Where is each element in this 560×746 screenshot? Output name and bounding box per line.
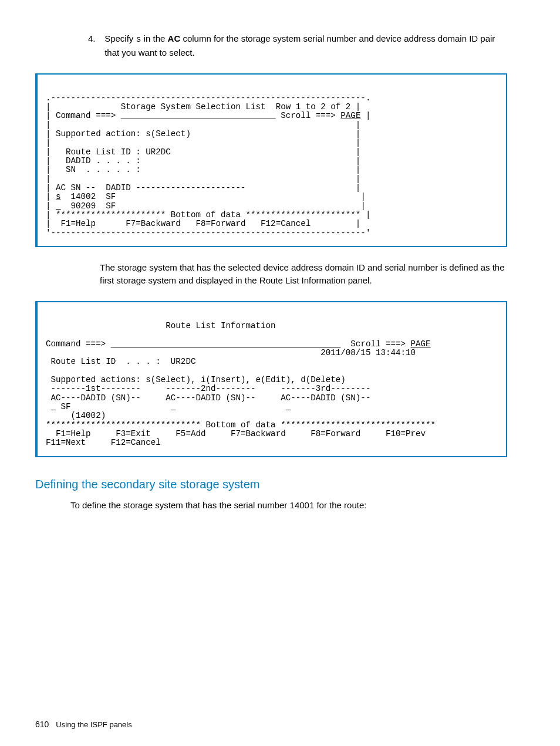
terminal-storage-selection: .---------------------------------------… bbox=[35, 73, 507, 248]
scroll-page-2: PAGE bbox=[411, 339, 431, 349]
bold-ac: AC bbox=[168, 33, 181, 43]
step-4: 4. Specify s in the AC column for the st… bbox=[88, 32, 507, 59]
ac-blank bbox=[56, 201, 61, 211]
section-heading: Defining the secondary site storage syst… bbox=[35, 476, 525, 493]
code-s: s bbox=[136, 35, 141, 45]
step-body: Specify s in the AC column for the stora… bbox=[104, 32, 506, 59]
command-input-2 bbox=[111, 339, 341, 349]
command-input bbox=[121, 111, 276, 120]
ac-select-s: s bbox=[56, 192, 61, 201]
scroll-page: PAGE bbox=[340, 111, 360, 120]
step-number: 4. bbox=[88, 32, 102, 45]
ac-field-1 bbox=[51, 402, 56, 411]
terminal-route-list-info: Route List Information Command ===> Scro… bbox=[35, 301, 507, 457]
section-body: To define the storage system that has th… bbox=[70, 499, 507, 512]
description-paragraph: The storage system that has the selected… bbox=[100, 261, 507, 287]
ac-field-3 bbox=[286, 402, 291, 411]
